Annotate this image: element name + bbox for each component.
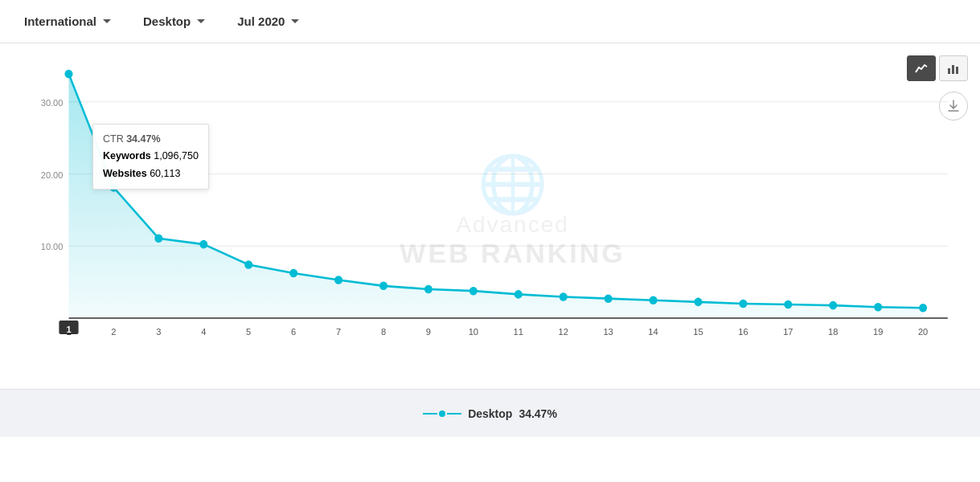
svg-text:7: 7 (336, 327, 341, 337)
svg-text:19: 19 (873, 327, 883, 337)
legend-dash-left (423, 413, 437, 415)
international-label: International (24, 14, 96, 28)
svg-point-28 (829, 301, 837, 310)
legend-line (423, 411, 461, 417)
legend-bar: Desktop 34.47% (0, 389, 980, 437)
svg-text:20: 20 (918, 327, 928, 337)
legend-dot (439, 411, 445, 417)
chart-svg: 30.00 20.00 10.00 (16, 59, 964, 365)
chevron-down-icon (291, 19, 299, 23)
svg-text:16: 16 (738, 327, 748, 337)
legend-item: Desktop 34.47% (423, 407, 557, 420)
date-dropdown[interactable]: Jul 2020 (229, 10, 307, 33)
svg-text:20.00: 20.00 (41, 170, 64, 180)
svg-point-19 (424, 285, 433, 294)
date-label: Jul 2020 (237, 14, 285, 28)
legend-value: 34.47% (519, 407, 556, 420)
svg-text:5: 5 (246, 327, 251, 337)
legend-dash-right (447, 413, 461, 415)
chevron-down-icon (197, 19, 205, 23)
desktop-dropdown[interactable]: Desktop (135, 10, 213, 33)
svg-point-24 (650, 296, 658, 305)
svg-text:14: 14 (648, 327, 658, 337)
svg-point-15 (244, 260, 252, 269)
svg-text:10.00: 10.00 (41, 242, 64, 251)
svg-point-30 (919, 304, 927, 312)
svg-text:10: 10 (469, 327, 478, 337)
svg-text:2: 2 (111, 327, 116, 337)
desktop-label: Desktop (143, 14, 191, 28)
top-bar: International Desktop Jul 2020 (0, 0, 980, 43)
tooltip-ctr: CTR 34.47% (103, 131, 199, 148)
svg-text:18: 18 (828, 327, 838, 337)
svg-text:30.00: 30.00 (41, 98, 64, 108)
tooltip-websites: Websites 60,113 (103, 165, 199, 182)
svg-text:11: 11 (514, 327, 523, 337)
svg-text:15: 15 (693, 327, 703, 337)
svg-text:13: 13 (603, 327, 613, 337)
chevron-down-icon (103, 19, 111, 23)
tooltip-box: CTR 34.47% Keywords 1,096,750 Websites 6… (92, 124, 209, 190)
svg-text:3: 3 (156, 327, 161, 337)
tooltip-keywords: Keywords 1,096,750 (103, 148, 199, 165)
svg-text:17: 17 (783, 327, 793, 337)
svg-point-21 (515, 290, 523, 299)
international-dropdown[interactable]: International (16, 10, 119, 33)
svg-point-14 (199, 240, 207, 249)
svg-point-25 (694, 298, 702, 307)
svg-point-13 (154, 234, 162, 243)
svg-text:6: 6 (291, 327, 296, 337)
svg-point-17 (334, 276, 342, 284)
svg-point-16 (289, 269, 297, 278)
svg-point-23 (605, 294, 613, 303)
svg-text:4: 4 (201, 327, 206, 337)
svg-text:1: 1 (66, 325, 71, 334)
legend-label: Desktop (468, 407, 512, 420)
svg-point-27 (784, 300, 792, 309)
svg-point-26 (739, 300, 747, 308)
svg-point-18 (379, 282, 387, 291)
svg-text:9: 9 (426, 327, 431, 337)
svg-point-20 (469, 287, 478, 296)
chart-container: 🌐 Advanced WEB RANKING 30.00 20.00 10.00 (16, 59, 964, 365)
svg-point-29 (874, 303, 882, 312)
svg-point-22 (560, 292, 568, 301)
svg-point-11 (64, 70, 72, 79)
chart-area: 🌐 Advanced WEB RANKING 30.00 20.00 10.00 (0, 43, 980, 389)
svg-text:8: 8 (381, 327, 386, 337)
svg-text:12: 12 (559, 327, 568, 337)
